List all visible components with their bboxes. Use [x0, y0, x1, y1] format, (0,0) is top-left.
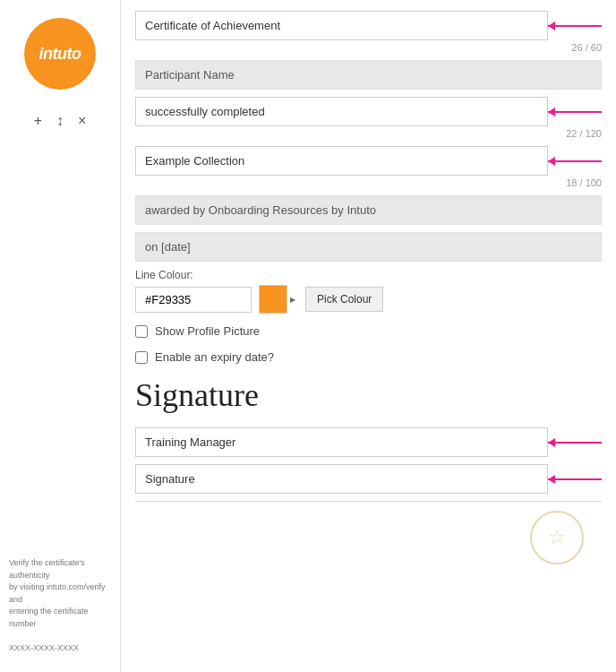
completion-row: 22 / 120	[135, 97, 602, 139]
training-manager-row	[135, 427, 602, 457]
training-manager-input[interactable]	[135, 427, 548, 457]
training-manager-arrow	[548, 442, 602, 444]
sidebar-actions: + ↕ ×	[32, 111, 89, 131]
awarded-by-field: awarded by Onboarding Resources by Intut…	[135, 195, 602, 225]
logo-text: intuto	[39, 45, 81, 64]
verify-line3: entering the certificate number	[9, 606, 111, 630]
star-icon: ☆	[548, 526, 566, 549]
verify-number: XXXX-XXXX-XXXX	[9, 642, 111, 655]
enable-expiry-checkbox[interactable]	[135, 351, 148, 364]
title-input[interactable]	[135, 11, 548, 40]
completion-input-row	[135, 97, 602, 126]
signature-arrow	[548, 478, 602, 480]
colour-hex-input[interactable]	[135, 287, 252, 313]
collection-input[interactable]	[135, 146, 548, 176]
collection-arrow	[548, 160, 602, 162]
sort-button[interactable]: ↕	[55, 111, 65, 131]
verify-line1: Verify the certificate's authenticity	[9, 557, 111, 582]
completion-arrow	[548, 111, 602, 113]
signature-input-row	[135, 464, 602, 494]
sidebar-bottom: Verify the certificate's authenticity by…	[9, 557, 111, 663]
signature-input-row-wrapper	[135, 464, 602, 494]
sidebar: intuto + ↕ × Verify the certificate's au…	[0, 0, 121, 672]
participant-row: Participant Name	[135, 60, 602, 90]
signature-heading: Signature	[135, 376, 602, 415]
verify-line2: by visiting intuto.com/verify and	[9, 582, 111, 606]
remove-button[interactable]: ×	[76, 111, 88, 131]
training-manager-input-row	[135, 427, 602, 457]
line-colour-label: Line Colour:	[135, 269, 602, 281]
title-arrow	[548, 25, 602, 27]
collection-arrow-line	[548, 160, 602, 162]
enable-expiry-label[interactable]: Enable an expiry date?	[155, 350, 274, 364]
show-profile-row: Show Profile Picture	[135, 324, 602, 338]
colour-swatch[interactable]	[259, 285, 287, 314]
collection-input-row	[135, 146, 602, 176]
star-circle: ☆	[530, 511, 584, 564]
signature-section: Signature	[135, 376, 602, 415]
logo: intuto	[24, 18, 96, 90]
participant-name-field: Participant Name	[135, 60, 602, 90]
colour-row: Pick Colour	[135, 285, 602, 314]
title-char-count: 26 / 60	[135, 42, 602, 53]
completion-arrow-line	[548, 111, 602, 113]
watermark-area: ☆	[135, 501, 602, 573]
title-input-row	[135, 11, 602, 40]
main-content: 26 / 60 Participant Name 22 / 120 18 / 1…	[121, 0, 616, 672]
on-date-row: on [date]	[135, 232, 602, 262]
on-date-field: on [date]	[135, 232, 602, 262]
show-profile-label[interactable]: Show Profile Picture	[155, 324, 260, 338]
collection-row: 18 / 100	[135, 146, 602, 188]
training-manager-arrow-line	[548, 442, 602, 444]
collection-char-count: 18 / 100	[135, 177, 602, 188]
line-colour-section: Line Colour: Pick Colour	[135, 269, 602, 314]
awarded-by-row: awarded by Onboarding Resources by Intut…	[135, 195, 602, 225]
completion-char-count: 22 / 120	[135, 128, 602, 139]
add-button[interactable]: +	[32, 111, 44, 131]
enable-expiry-row: Enable an expiry date?	[135, 350, 602, 364]
signature-input[interactable]	[135, 464, 548, 494]
pick-colour-button[interactable]: Pick Colour	[305, 287, 383, 312]
title-row: 26 / 60	[135, 11, 602, 53]
signature-arrow-line	[548, 478, 602, 480]
title-arrow-line	[548, 25, 602, 27]
completion-input[interactable]	[135, 97, 548, 126]
show-profile-checkbox[interactable]	[135, 325, 148, 338]
